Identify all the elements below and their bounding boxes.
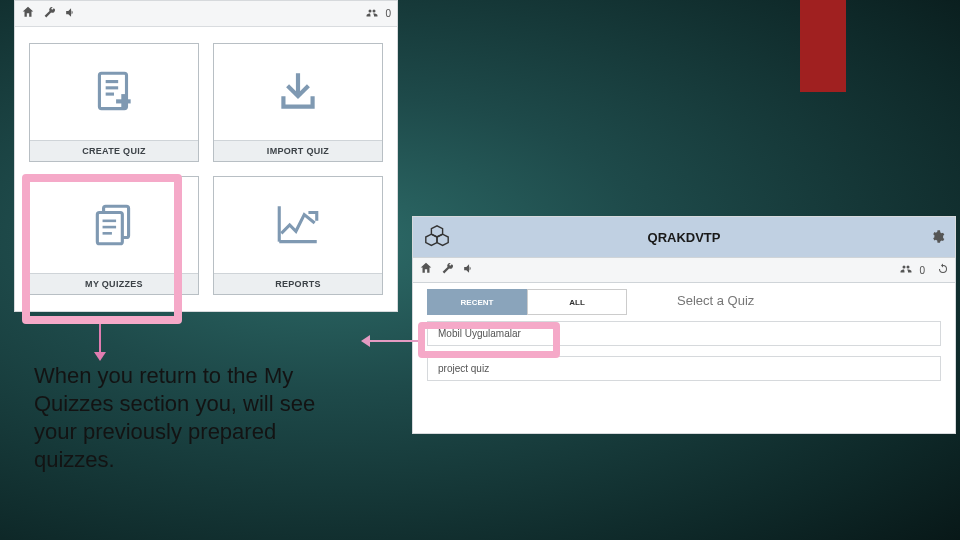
arrow-left-icon	[370, 340, 418, 342]
my-quizzes-label: MY QUIZZES	[30, 273, 198, 294]
quiz-list-item[interactable]: Mobil Uygulamalar	[427, 321, 941, 346]
create-quiz-icon	[30, 44, 198, 140]
refresh-icon[interactable]	[937, 263, 949, 277]
my-quizzes-icon	[30, 177, 198, 273]
home-icon[interactable]	[419, 261, 433, 279]
quiz-item-label: project quiz	[438, 363, 489, 374]
home-icon[interactable]	[21, 5, 35, 23]
quiz-item-label: Mobil Uygulamalar	[438, 328, 521, 339]
dashboard-topbar: 0	[15, 1, 397, 27]
tab-all[interactable]: ALL	[527, 289, 627, 315]
user-count: 0	[385, 8, 391, 19]
quiz-selection-panel: QRAKDVTP 0 RECENT AL	[412, 216, 956, 434]
wrench-icon[interactable]	[43, 5, 56, 23]
quiz-list-item[interactable]: project quiz	[427, 356, 941, 381]
room-header: QRAKDVTP	[413, 217, 955, 257]
user-count: 0	[919, 265, 925, 276]
my-quizzes-tile[interactable]: MY QUIZZES	[29, 176, 199, 295]
dashboard-tiles: CREATE QUIZ IMPORT QUIZ M	[15, 27, 397, 311]
tab-recent-label: RECENT	[461, 298, 494, 307]
import-quiz-icon	[214, 44, 382, 140]
create-quiz-label: CREATE QUIZ	[30, 140, 198, 161]
people-icon	[365, 7, 379, 21]
caption-text: When you return to the My Quizzes sectio…	[34, 362, 334, 475]
quiz-toolbar: 0	[413, 257, 955, 283]
tab-recent[interactable]: RECENT	[427, 289, 527, 315]
socrative-logo-icon	[423, 223, 451, 255]
tab-all-label: ALL	[569, 298, 585, 307]
create-quiz-tile[interactable]: CREATE QUIZ	[29, 43, 199, 162]
select-quiz-prompt: Select a Quiz	[677, 283, 754, 317]
people-icon	[899, 263, 913, 277]
reports-label: REPORTS	[214, 273, 382, 294]
decorative-ribbon	[800, 0, 846, 92]
volume-icon[interactable]	[462, 261, 475, 279]
quiz-list: Mobil Uygulamalar project quiz	[413, 317, 955, 395]
dashboard-panel: 0 CREATE QUIZ	[14, 0, 398, 312]
room-title: QRAKDVTP	[648, 230, 721, 245]
svg-marker-12	[426, 234, 437, 245]
import-quiz-label: IMPORT QUIZ	[214, 140, 382, 161]
reports-tile[interactable]: REPORTS	[213, 176, 383, 295]
gear-icon[interactable]	[930, 229, 945, 248]
wrench-icon[interactable]	[441, 261, 454, 279]
reports-icon	[214, 177, 382, 273]
arrow-down-icon	[99, 324, 101, 352]
import-quiz-tile[interactable]: IMPORT QUIZ	[213, 43, 383, 162]
svg-marker-13	[437, 234, 448, 245]
quiz-tabs: RECENT ALL Select a Quiz	[413, 283, 955, 317]
volume-icon[interactable]	[64, 5, 77, 23]
